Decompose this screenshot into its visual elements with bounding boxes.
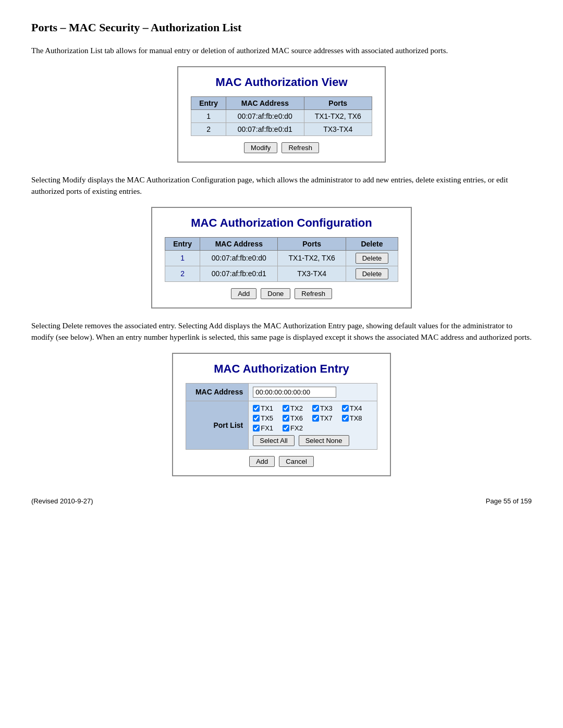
- port-tx4-item[interactable]: TX4: [342, 404, 362, 412]
- mac-address-label: MAC Address: [186, 383, 249, 401]
- view-col-mac: MAC Address: [226, 96, 304, 109]
- config-button-row: Add Done Refresh: [165, 288, 398, 299]
- port-tx7-checkbox[interactable]: [312, 415, 319, 422]
- config-col-mac: MAC Address: [200, 237, 278, 250]
- port-tx5-item[interactable]: TX5: [253, 414, 273, 422]
- select-buttons-row: Select All Select None: [253, 435, 373, 446]
- config-row1-mac: 00:07:af:fb:e0:d0: [200, 250, 278, 266]
- view-row1-ports: TX1-TX2, TX6: [304, 109, 372, 122]
- mac-address-row: MAC Address: [186, 383, 377, 401]
- port-tx6-item[interactable]: TX6: [283, 414, 303, 422]
- port-tx5-checkbox[interactable]: [253, 415, 260, 422]
- view-table: Entry MAC Address Ports 1 00:07:af:fb:e0…: [191, 96, 372, 136]
- table-row: 1 00:07:af:fb:e0:d0 TX1-TX2, TX6: [191, 109, 372, 122]
- port-fx2-checkbox[interactable]: [283, 425, 289, 431]
- mac-authorization-view-title: MAC Authorization View: [191, 76, 372, 89]
- view-col-entry: Entry: [191, 96, 226, 109]
- port-row-1: TX1 TX2 TX3 TX4: [253, 404, 373, 412]
- mac-authorization-entry-title: MAC Authorization Entry: [186, 362, 377, 376]
- config-row1-delete-cell: Delete: [346, 250, 398, 266]
- footer-left: (Revised 2010-9-27): [31, 497, 93, 505]
- entry-table: MAC Address Port List TX1 TX2: [186, 383, 377, 450]
- port-row-3: FX1 FX2: [253, 424, 373, 432]
- port-tx1-item[interactable]: TX1: [253, 404, 273, 412]
- config-row2-delete-cell: Delete: [346, 266, 398, 281]
- mac-authorization-config-title: MAC Authorization Configuration: [165, 216, 398, 230]
- config-row1-entry[interactable]: 1: [165, 250, 200, 266]
- config-table: Entry MAC Address Ports Delete 1 00:07:a…: [165, 237, 398, 282]
- description-1: The Authorization List tab allows for ma…: [31, 45, 532, 57]
- select-none-button[interactable]: Select None: [299, 435, 349, 446]
- view-row1-entry: 1: [191, 109, 226, 122]
- port-tx6-checkbox[interactable]: [283, 415, 289, 422]
- port-tx8-item[interactable]: TX8: [342, 414, 362, 422]
- table-row: 2 00:07:af:fb:e0:d1 TX3-TX4: [191, 122, 372, 135]
- config-row2-mac: 00:07:af:fb:e0:d1: [200, 266, 278, 281]
- port-row-2: TX5 TX6 TX7 TX8: [253, 414, 373, 422]
- description-2: Selecting Modify displays the MAC Author…: [31, 174, 532, 198]
- mac-address-input[interactable]: [253, 387, 336, 398]
- port-list-value-cell: TX1 TX2 TX3 TX4: [249, 401, 377, 449]
- mac-authorization-config-box: MAC Authorization Configuration Entry MA…: [151, 207, 412, 309]
- modify-button[interactable]: Modify: [244, 142, 277, 153]
- footer: (Revised 2010-9-27) Page 55 of 159: [31, 497, 532, 505]
- port-tx4-checkbox[interactable]: [342, 405, 349, 412]
- config-row1-delete-button[interactable]: Delete: [356, 253, 389, 264]
- config-row1-ports: TX1-TX2, TX6: [278, 250, 346, 266]
- port-list-row: Port List TX1 TX2 TX3: [186, 401, 377, 449]
- config-col-delete: Delete: [346, 237, 398, 250]
- port-tx1-checkbox[interactable]: [253, 405, 260, 412]
- config-row2-entry[interactable]: 2: [165, 266, 200, 281]
- mac-authorization-view-container: MAC Authorization View Entry MAC Address…: [31, 66, 532, 163]
- entry-cancel-button[interactable]: Cancel: [279, 456, 313, 467]
- mac-authorization-entry-container: MAC Authorization Entry MAC Address Port…: [31, 353, 532, 476]
- mac-authorization-entry-box: MAC Authorization Entry MAC Address Port…: [172, 353, 391, 476]
- config-row2-delete-button[interactable]: Delete: [356, 268, 389, 279]
- table-row: 1 00:07:af:fb:e0:d0 TX1-TX2, TX6 Delete: [165, 250, 398, 266]
- view-button-row: Modify Refresh: [191, 142, 372, 153]
- port-fx2-item[interactable]: FX2: [283, 424, 303, 432]
- config-row2-ports: TX3-TX4: [278, 266, 346, 281]
- view-row2-entry: 2: [191, 122, 226, 135]
- port-list-label: Port List: [186, 401, 249, 449]
- config-add-button[interactable]: Add: [231, 288, 256, 299]
- port-tx2-item[interactable]: TX2: [283, 404, 303, 412]
- mac-address-value-cell: [249, 383, 377, 401]
- refresh-button[interactable]: Refresh: [282, 142, 319, 153]
- select-all-button[interactable]: Select All: [253, 435, 294, 446]
- port-tx3-item[interactable]: TX3: [312, 404, 333, 412]
- table-row: 2 00:07:af:fb:e0:d1 TX3-TX4 Delete: [165, 266, 398, 281]
- port-tx2-checkbox[interactable]: [283, 405, 289, 412]
- view-row1-mac: 00:07:af:fb:e0:d0: [226, 109, 304, 122]
- config-refresh-button[interactable]: Refresh: [295, 288, 332, 299]
- config-col-entry: Entry: [165, 237, 200, 250]
- port-fx1-checkbox[interactable]: [253, 425, 260, 431]
- config-done-button[interactable]: Done: [261, 288, 290, 299]
- view-col-ports: Ports: [304, 96, 372, 109]
- view-row2-ports: TX3-TX4: [304, 122, 372, 135]
- footer-right: Page 55 of 159: [486, 497, 532, 505]
- description-3: Selecting Delete removes the associated …: [31, 320, 532, 343]
- config-col-ports: Ports: [278, 237, 346, 250]
- entry-button-row: Add Cancel: [186, 456, 377, 467]
- view-row2-mac: 00:07:af:fb:e0:d1: [226, 122, 304, 135]
- port-tx3-checkbox[interactable]: [312, 405, 319, 412]
- page-title: Ports – MAC Security – Authorization Lis…: [31, 21, 532, 34]
- entry-add-button[interactable]: Add: [249, 456, 275, 467]
- mac-authorization-view-box: MAC Authorization View Entry MAC Address…: [177, 66, 386, 163]
- mac-authorization-config-container: MAC Authorization Configuration Entry MA…: [31, 207, 532, 309]
- port-tx7-item[interactable]: TX7: [312, 414, 333, 422]
- port-tx8-checkbox[interactable]: [342, 415, 349, 422]
- port-fx1-item[interactable]: FX1: [253, 424, 273, 432]
